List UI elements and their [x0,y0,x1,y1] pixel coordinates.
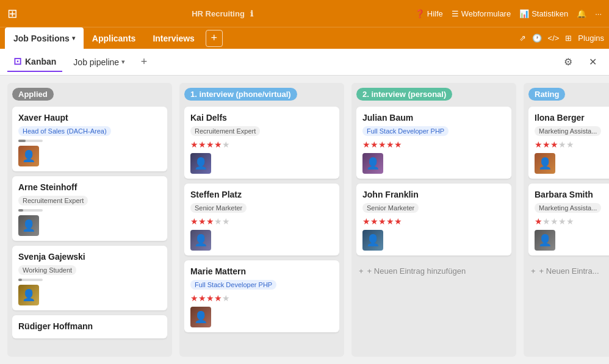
add-entry-interview2[interactable]: + + Neuen Eintrag hinzufügen [356,263,511,279]
pipeline-label: Job pipeline [73,57,119,67]
tab-applicants[interactable]: Applicants [84,27,145,49]
webforms-icon: ☰ [452,9,459,18]
app-title-text: HR Recruiting [192,9,245,18]
card-tag: Senior Marketer [190,203,247,213]
avatar: 👤 [18,285,39,305]
code-icon[interactable]: </> [548,34,560,43]
column-interview1-header: 1. interview (phone/virtual) [184,88,297,101]
card-name: Steffen Platz [190,190,333,199]
column-rating: Rating Ilona Berger Marketing Assista...… [524,83,609,357]
view-bar: ⊡ Kanban Job pipeline ▾ + ⚙ ✕ [0,49,609,76]
card-steffen-platz[interactable]: Steffen Platz Senior Marketer ★★★★★ 👤 [184,184,339,255]
add-icon: + [531,266,536,276]
card-julian-baum[interactable]: Julian Baum Full Stack Developer PHP ★★★… [356,107,511,179]
secondary-nav-right: ⇗ 🕐 </> ⊞ Plugins [519,34,604,43]
card-name: Marie Mattern [190,266,333,276]
progress-bar [18,140,43,142]
plugins-label[interactable]: Plugins [578,34,604,43]
card-name: Arne Steinhoff [18,182,161,192]
top-nav: ⊞ HR Recruiting ℹ ❓ Hilfe ☰ Webformulare… [0,0,609,27]
column-applied: Applied Xaver Haupt Head of Sales (DACH-… [7,83,172,357]
help-nav-item[interactable]: ❓ Hilfe [415,9,443,18]
stats-icon: 📊 [519,9,529,18]
avatar: 👤 [190,153,211,174]
add-entry-label: + Neuen Eintrag hinzufügen [367,266,466,276]
card-tag: Recruitement Expert [190,126,260,136]
avatar: 👤 [18,146,39,166]
tab-interviews[interactable]: Interviews [144,27,203,49]
card-tag: Head of Sales (DACH-Area) [18,126,111,136]
more-options-icon[interactable]: ··· [595,9,602,18]
card-rudiger-hoffmann[interactable]: Rüdiger Hoffmann [12,315,167,338]
card-ilona-berger[interactable]: Ilona Berger Marketing Assista... ★★★★★ … [528,107,609,179]
card-kai-delfs[interactable]: Kai Delfs Recruitement Expert ★★★★★ 👤 [184,107,339,179]
add-tab-button[interactable]: + [206,30,223,47]
help-icon: ❓ [415,9,425,18]
card-name: John Franklin [362,190,505,199]
avatar: 👤 [18,215,39,236]
share-icon[interactable]: ⇗ [519,34,526,43]
card-barbara-smith[interactable]: Barbara Smith Marketing Assista... ★★★★★… [528,184,609,255]
card-tag: Working Student [18,265,76,275]
card-name: Rüdiger Hoffmann [18,321,161,331]
kanban-icon: ⊡ [13,55,21,67]
card-name: Julian Baum [362,113,505,123]
avatar: 👤 [535,153,555,174]
card-tag: Marketing Assista... [535,126,601,136]
card-arne-steinhoff[interactable]: Arne Steinhoff Recruitement Expert 👤 [12,176,167,241]
add-entry-label: + Neuen Eintra... [539,266,599,276]
tab-interviews-label: Interviews [153,34,194,43]
apps-icon[interactable]: ⊞ [565,34,572,43]
avatar: 👤 [362,230,383,251]
notification-icon[interactable]: 🔔 [577,9,586,18]
card-john-franklin[interactable]: John Franklin Senior Marketer ★★★★★ 👤 [356,184,511,255]
card-marie-mattern[interactable]: Marie Mattern Full Stack Developer PHP ★… [184,260,339,332]
tab-job-positions-label: Job Positions [13,34,70,43]
progress-bar [18,209,43,212]
star-rating: ★★★★★ [362,216,505,226]
column-interview2-cards: Julian Baum Full Stack Developer PHP ★★★… [356,107,511,352]
star-rating: ★★★★★ [535,140,609,149]
close-button[interactable]: ✕ [583,53,602,71]
stats-nav-item[interactable]: 📊 Statistiken [519,9,568,18]
webforms-nav-item[interactable]: ☰ Webformulare [452,9,511,18]
app-title: HR Recruiting ℹ [27,7,415,20]
avatar: 👤 [362,153,383,174]
avatar: 👤 [535,230,555,251]
star-rating: ★★★★★ [190,293,333,303]
view-bar-right: ⚙ ✕ [559,53,602,71]
card-svenja-gajewski[interactable]: Svenja Gajewski Working Student 👤 [12,246,167,310]
column-applied-cards: Xaver Haupt Head of Sales (DACH-Area) 👤 … [12,107,167,352]
top-nav-actions: ❓ Hilfe ☰ Webformulare 📊 Statistiken 🔔 ·… [415,9,602,18]
card-xaver-haupt[interactable]: Xaver Haupt Head of Sales (DACH-Area) 👤 [12,107,167,171]
column-interview2: 2. interview (personal) Julian Baum Full… [351,83,516,357]
card-name: Kai Delfs [190,113,333,123]
column-interview1-cards: Kai Delfs Recruitement Expert ★★★★★ 👤 St… [184,107,339,352]
card-name: Xaver Haupt [18,113,161,123]
stats-label: Statistiken [532,9,568,18]
pipeline-selector[interactable]: Job pipeline ▾ [67,54,131,71]
add-entry-rating[interactable]: + + Neuen Eintra... [528,263,609,279]
progress-bar [18,279,43,281]
add-icon: + [359,266,364,276]
kanban-view-button[interactable]: ⊡ Kanban [7,52,62,72]
card-tag: Full Stack Developer PHP [362,126,449,136]
avatar: 👤 [190,230,211,251]
card-tag: Marketing Assista... [535,203,601,213]
card-name: Barbara Smith [535,190,609,199]
pipeline-dropdown-icon: ▾ [121,58,125,66]
card-name: Ilona Berger [535,113,609,123]
tab-job-positions[interactable]: Job Positions ▾ [5,27,84,49]
column-rating-header: Rating [528,88,565,101]
kanban-label: Kanban [25,57,56,66]
column-applied-header: Applied [12,88,54,101]
settings-button[interactable]: ⚙ [559,53,577,71]
secondary-nav: Job Positions ▾ Applicants Interviews + … [0,27,609,49]
tab-applicants-label: Applicants [92,34,136,43]
info-icon: ℹ [250,9,253,18]
grid-icon[interactable]: ⊞ [7,6,18,21]
history-icon[interactable]: 🕐 [532,34,542,43]
star-rating: ★★★★★ [362,140,505,149]
add-view-button[interactable]: + [136,54,152,70]
help-label: Hilfe [427,9,443,18]
